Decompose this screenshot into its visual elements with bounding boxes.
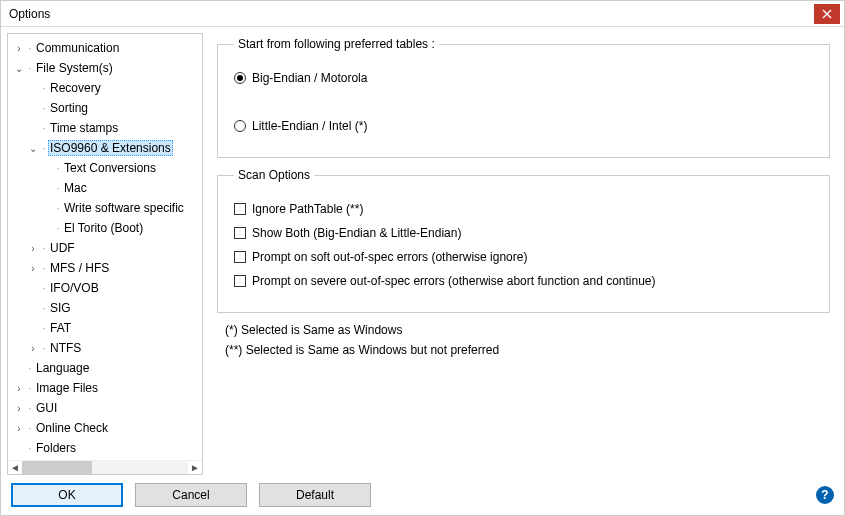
tree-node[interactable]: ·Text Conversions [12, 158, 202, 178]
scroll-left-icon[interactable]: ◄ [8, 461, 22, 475]
tree-connector: · [54, 162, 62, 174]
tree-node[interactable]: ·IFO/VOB [12, 278, 202, 298]
tree-node-label: Folders [34, 441, 78, 455]
tree-node[interactable]: ›·UDF [12, 238, 202, 258]
tree-connector: · [40, 82, 48, 94]
tree-connector: · [54, 182, 62, 194]
tree-node[interactable]: ·Time stamps [12, 118, 202, 138]
radio-label: Big-Endian / Motorola [252, 71, 367, 85]
footnote-2: (**) Selected is Same as Windows but not… [225, 343, 830, 357]
tree-node[interactable]: ⌄·ISO9960 & Extensions [12, 138, 202, 158]
footnote-1: (*) Selected is Same as Windows [225, 323, 830, 337]
ok-label: OK [58, 488, 75, 502]
tree-connector: · [54, 222, 62, 234]
radio-little-endian[interactable]: Little-Endian / Intel (*) [234, 119, 813, 133]
help-button[interactable]: ? [816, 486, 834, 504]
tree-node[interactable]: ·Language [12, 358, 202, 378]
tree-node[interactable]: ·Write software specific [12, 198, 202, 218]
tree-connector: · [40, 122, 48, 134]
tree-node[interactable]: ›·Communication [12, 38, 202, 58]
tree-node-label: Write software specific [62, 201, 186, 215]
chevron-down-icon[interactable]: ⌄ [26, 143, 40, 154]
chevron-down-icon[interactable]: ⌄ [12, 63, 26, 74]
radio-label: Little-Endian / Intel (*) [252, 119, 367, 133]
tree-node-label: FAT [48, 321, 73, 335]
scan-options-legend: Scan Options [234, 168, 314, 182]
tree-node[interactable]: ›·NTFS [12, 338, 202, 358]
close-icon [822, 9, 832, 19]
checkbox-icon [234, 251, 246, 263]
tree-node-label: SIG [48, 301, 73, 315]
category-tree[interactable]: ›·Communication⌄·File System(s)·Recovery… [8, 38, 202, 460]
chevron-right-icon[interactable]: › [12, 403, 26, 414]
checkbox-ignore-pathtable[interactable]: Ignore PathTable (**) [234, 202, 813, 216]
scroll-track[interactable] [22, 461, 188, 475]
tree-connector: · [40, 342, 48, 354]
tree-node[interactable]: ·FAT [12, 318, 202, 338]
help-icon: ? [821, 488, 828, 502]
tree-node[interactable]: ·Recovery [12, 78, 202, 98]
tree-connector: · [40, 322, 48, 334]
tree-node-label: Text Conversions [62, 161, 158, 175]
tree-node[interactable]: ›·GUI [12, 398, 202, 418]
tree-node[interactable]: ·SIG [12, 298, 202, 318]
tree-node-label: File System(s) [34, 61, 115, 75]
chevron-right-icon[interactable]: › [12, 43, 26, 54]
chevron-right-icon[interactable]: › [26, 263, 40, 274]
tree-node-label: NTFS [48, 341, 83, 355]
cancel-button[interactable]: Cancel [135, 483, 247, 507]
checkbox-prompt-severe[interactable]: Prompt on severe out-of-spec errors (oth… [234, 274, 813, 288]
tree-node-label: El Torito (Boot) [62, 221, 145, 235]
tree-node[interactable]: ·El Torito (Boot) [12, 218, 202, 238]
scan-options-group: Scan Options Ignore PathTable (**) Show … [217, 168, 830, 313]
tree-node-label: IFO/VOB [48, 281, 101, 295]
settings-panel: Start from following preferred tables : … [209, 33, 838, 475]
radio-icon [234, 72, 246, 84]
checkbox-icon [234, 275, 246, 287]
tree-node[interactable]: ·Sorting [12, 98, 202, 118]
tree-node[interactable]: ›·MFS / HFS [12, 258, 202, 278]
scroll-right-icon[interactable]: ► [188, 461, 202, 475]
checkbox-prompt-soft[interactable]: Prompt on soft out-of-spec errors (other… [234, 250, 813, 264]
window-title: Options [9, 7, 50, 21]
chevron-right-icon[interactable]: › [26, 243, 40, 254]
tree-node-label: Time stamps [48, 121, 120, 135]
chevron-right-icon[interactable]: › [26, 343, 40, 354]
radio-big-endian[interactable]: Big-Endian / Motorola [234, 71, 813, 85]
titlebar: Options [1, 1, 844, 27]
tree-node[interactable]: ·Mac [12, 178, 202, 198]
tree-node-label: GUI [34, 401, 59, 415]
tree-node-label: MFS / HFS [48, 261, 111, 275]
tree-node-label: ISO9960 & Extensions [48, 140, 173, 156]
tree-connector: · [54, 202, 62, 214]
tree-node[interactable]: ·Folders [12, 438, 202, 458]
tree-connector: · [26, 442, 34, 454]
checkbox-show-both[interactable]: Show Both (Big-Endian & Little-Endian) [234, 226, 813, 240]
horizontal-scrollbar[interactable]: ◄ ► [8, 460, 202, 474]
tree-node-label: Recovery [48, 81, 103, 95]
tree-node[interactable]: ›·Online Check [12, 418, 202, 438]
default-button[interactable]: Default [259, 483, 371, 507]
tree-connector: · [40, 302, 48, 314]
checkbox-label: Show Both (Big-Endian & Little-Endian) [252, 226, 461, 240]
tree-connector: · [26, 382, 34, 394]
checkbox-label: Prompt on severe out-of-spec errors (oth… [252, 274, 656, 288]
tree-node[interactable]: ⌄·File System(s) [12, 58, 202, 78]
tree-connector: · [26, 402, 34, 414]
tree-connector: · [40, 102, 48, 114]
tree-node-label: Language [34, 361, 91, 375]
tree-connector: · [26, 62, 34, 74]
tree-node-label: Communication [34, 41, 121, 55]
ok-button[interactable]: OK [11, 483, 123, 507]
chevron-right-icon[interactable]: › [12, 423, 26, 434]
tree-node-label: Mac [62, 181, 89, 195]
chevron-right-icon[interactable]: › [12, 383, 26, 394]
radio-icon [234, 120, 246, 132]
preferred-tables-group: Start from following preferred tables : … [217, 37, 830, 158]
close-button[interactable] [814, 4, 840, 24]
button-bar: OK Cancel Default ? [1, 475, 844, 515]
scroll-thumb[interactable] [22, 461, 92, 475]
checkbox-label: Ignore PathTable (**) [252, 202, 363, 216]
tree-node[interactable]: ›·Image Files [12, 378, 202, 398]
category-tree-pane: ›·Communication⌄·File System(s)·Recovery… [7, 33, 203, 475]
